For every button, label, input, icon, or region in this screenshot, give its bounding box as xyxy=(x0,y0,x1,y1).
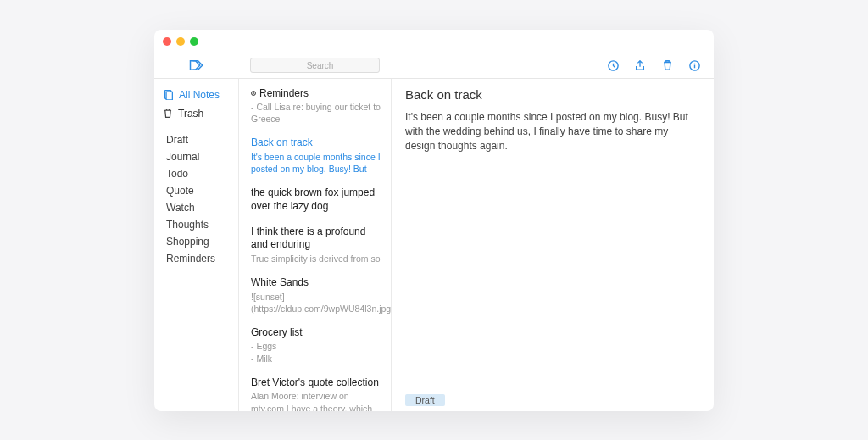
maximize-window-button[interactable] xyxy=(190,37,198,46)
note-list-item[interactable]: Grocery list- Eggs - Milk xyxy=(239,321,391,371)
search-input[interactable] xyxy=(250,58,380,73)
sidebar-tag-quote[interactable]: Quote xyxy=(154,182,238,199)
note-detail-body[interactable]: It's been a couple months since I posted… xyxy=(405,110,700,154)
sidebar-trash-label: Trash xyxy=(178,108,203,120)
note-item-title: the quick brown fox jumped over the lazy… xyxy=(251,187,382,213)
note-detail-title: Back on track xyxy=(405,87,700,102)
app-window: All Notes Trash DraftJournalTodoQuoteWat… xyxy=(154,30,714,411)
svg-rect-5 xyxy=(166,92,172,100)
sidebar-all-notes-label: All Notes xyxy=(179,89,220,101)
note-list-item[interactable]: Bret Victor's quote collectionAlan Moore… xyxy=(239,371,391,411)
notes-icon xyxy=(163,89,174,100)
note-list-item[interactable]: Back on trackIt's been a couple months s… xyxy=(239,131,391,181)
content-area: All Notes Trash DraftJournalTodoQuoteWat… xyxy=(154,79,714,411)
close-window-button[interactable] xyxy=(163,37,171,46)
note-item-title: Grocery list xyxy=(251,326,382,340)
note-item-preview: - Eggs - Milk xyxy=(251,340,382,364)
titlebar xyxy=(154,30,714,53)
note-item-title: Bret Victor's quote collection xyxy=(251,376,382,390)
note-item-preview: True simplicity is derived from so xyxy=(251,253,382,265)
note-item-preview: It's been a couple months since I posted… xyxy=(251,151,382,175)
note-item-preview: ![sunset](https://cldup.com/9wpWU84l3n.j… xyxy=(251,291,382,315)
note-detail-tag[interactable]: Draft xyxy=(405,394,445,406)
info-icon[interactable] xyxy=(687,58,702,73)
history-icon[interactable] xyxy=(605,58,620,73)
note-item-title: I think there is a profound and enduring xyxy=(251,226,382,252)
share-icon[interactable] xyxy=(632,58,648,73)
note-list[interactable]: Reminders- Call Lisa re: buying our tick… xyxy=(239,79,392,411)
note-list-item[interactable]: White Sands![sunset](https://cldup.com/9… xyxy=(239,271,391,321)
sidebar-tag-shopping[interactable]: Shopping xyxy=(154,233,238,250)
note-list-item[interactable]: the quick brown fox jumped over the lazy… xyxy=(239,181,391,220)
note-detail: Back on track It's been a couple months … xyxy=(392,79,714,411)
minimize-window-button[interactable] xyxy=(176,37,185,46)
search-field[interactable] xyxy=(250,58,360,73)
sidebar-tag-todo[interactable]: Todo xyxy=(154,165,238,182)
note-list-item[interactable]: I think there is a profound and enduring… xyxy=(239,220,391,271)
tags-icon[interactable] xyxy=(189,58,204,73)
sidebar-tag-watch[interactable]: Watch xyxy=(154,199,238,216)
sidebar-tag-draft[interactable]: Draft xyxy=(154,131,238,148)
note-item-title: White Sands xyxy=(251,276,382,290)
trash-small-icon xyxy=(163,108,173,119)
sidebar-trash[interactable]: Trash xyxy=(154,104,238,123)
note-item-preview: - Call Lisa re: buying our ticket to Gre… xyxy=(251,101,382,125)
pin-icon xyxy=(251,91,256,96)
sidebar-all-notes[interactable]: All Notes xyxy=(154,86,238,104)
note-list-item[interactable]: Reminders- Call Lisa re: buying our tick… xyxy=(239,82,391,132)
note-item-title: Back on track xyxy=(251,136,382,150)
sidebar-tag-thoughts[interactable]: Thoughts xyxy=(154,216,238,233)
sidebar-tag-journal[interactable]: Journal xyxy=(154,148,238,165)
note-item-title: Reminders xyxy=(251,87,382,101)
trash-icon[interactable] xyxy=(659,58,675,73)
sidebar-tag-reminders[interactable]: Reminders xyxy=(154,250,238,267)
toolbar xyxy=(154,53,714,79)
note-item-preview: Alan Moore: interview on mtv.com I have … xyxy=(251,390,382,410)
sidebar: All Notes Trash DraftJournalTodoQuoteWat… xyxy=(154,79,239,411)
